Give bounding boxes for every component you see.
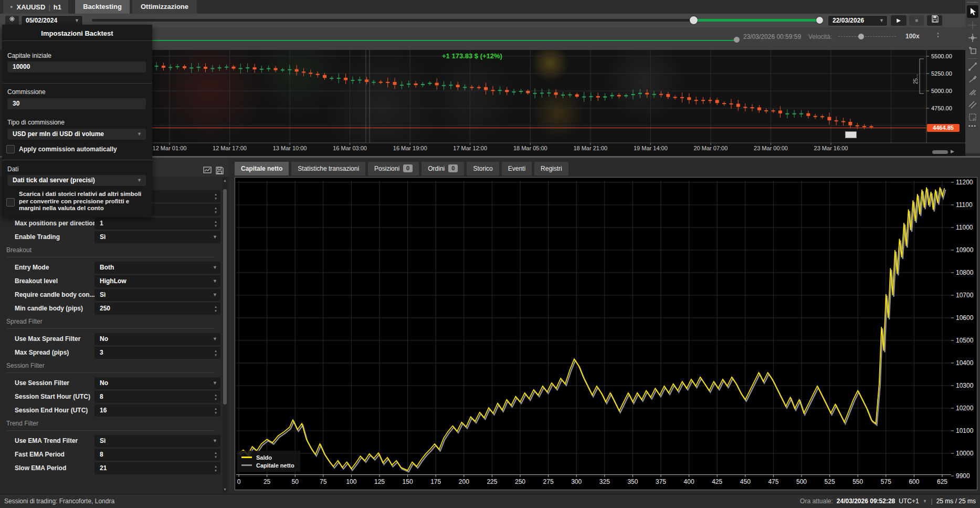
stepper-icon[interactable]: ▲▼ [214,303,217,317]
results-tab-eventi[interactable]: Eventi [502,162,532,175]
results-tab-storico[interactable]: Storico [467,162,499,175]
range-start-handle[interactable] [690,16,698,24]
stepper-icon[interactable]: ▲▼ [214,449,217,463]
param-value-input[interactable]: Sì▼ [94,289,220,301]
chevron-down-icon[interactable]: ▼ [213,377,217,389]
apply-commission-checkbox[interactable] [6,145,15,153]
param-value-input[interactable]: HighLow▼ [94,275,220,287]
chevron-down-icon[interactable]: ▼ [213,275,217,287]
svg-text:5000.00: 5000.00 [931,88,952,94]
svg-text:500: 500 [796,478,807,485]
initial-capital-input[interactable]: 10000 [7,61,146,72]
backtest-progress-handle[interactable] [734,37,740,43]
param-value-input[interactable]: No▼ [94,377,220,389]
save-backtest-button[interactable] [927,15,942,26]
backtest-settings-button[interactable] [5,16,19,25]
param-label: Max Spread (pips) [15,349,69,356]
param-section-header: Trend Filter [6,420,215,431]
stepper-icon[interactable]: ▲▼ [214,217,217,232]
parameters-scrollbar-thumb[interactable] [223,189,227,405]
chart-scroll-right-arrow[interactable]: ▶ [951,149,954,154]
stepper-icon[interactable]: ▲▼ [214,462,217,476]
popup-divider [2,83,152,84]
param-value-input[interactable]: 3▲▼ [94,347,220,359]
trendline-tool-button[interactable] [965,60,980,73]
param-label: Entry Mode [15,264,49,271]
pencil-icon [968,75,977,84]
gear-icon [9,16,15,22]
stop-button[interactable]: ■ [909,15,924,26]
chevron-down-icon[interactable]: ▼ [213,289,217,301]
scroll-up-arrow[interactable]: ▲ [223,179,227,182]
play-button[interactable]: ▶ [891,15,907,26]
param-label: Max positions per direction [15,220,97,227]
chart-horizontal-scrollbar[interactable] [932,150,948,154]
svg-text:425: 425 [712,478,722,485]
param-value-input[interactable]: 21▲▼ [94,462,220,474]
svg-text:600: 600 [909,478,919,485]
param-value-input[interactable]: Sì▼ [94,231,220,243]
end-date-dropdown[interactable]: 22/03/2026 ▼ [828,15,888,26]
param-value-input[interactable]: Both▼ [94,262,220,274]
stepper-icon[interactable]: ▲▼ [214,347,217,361]
equity-chart[interactable]: 1120011100110001090010800107001060010500… [235,177,977,490]
chevron-down-icon[interactable]: ▼ [213,333,217,345]
download-history-checkbox[interactable] [6,198,15,206]
param-label: Use EMA Trend Filter [15,437,78,444]
channel-tool-button[interactable] [965,98,980,111]
range-end-handle[interactable] [816,17,823,24]
stepper-icon[interactable]: ▲▼ [214,391,217,405]
pattern-tool-button[interactable]: F [965,111,980,123]
param-value-input[interactable]: 8▲▼ [94,449,220,461]
more-tools-button[interactable]: ••• [965,123,980,129]
stepper-icon[interactable]: ▲▼ [214,190,217,204]
stepper-icon[interactable]: ▲▼ [214,204,217,218]
draw-tool-button[interactable] [965,73,980,86]
toolbar-grip[interactable]: ▪▪▪▪▪▪▪▪ [965,0,980,4]
chevron-down-icon[interactable]: ▼ [923,499,928,504]
svg-text:250: 250 [515,478,525,485]
chevron-down-icon[interactable]: ▼ [213,231,217,243]
param-value-input[interactable]: 250▲▼ [94,303,220,315]
tab-optimization[interactable]: Ottimizzazione [132,0,197,14]
popout-chart-button[interactable] [203,167,212,175]
results-tab-statistiche-transazioni[interactable]: Statistiche transazioni [291,162,365,175]
chevron-down-icon[interactable]: ▼ [213,262,217,274]
data-mode-dropdown[interactable]: Dati tick dal server (precisi)▼ [7,175,146,186]
commission-input[interactable]: 30 [7,98,146,109]
speed-stepper[interactable]: ▲▼ [936,32,940,39]
param-value-input[interactable]: 8▲▼ [94,391,220,403]
commission-type-dropdown[interactable]: USD per mln di USD di volume▼ [7,129,146,140]
param-value-input[interactable]: 1▲▼ [94,217,220,230]
crosshair-sync-tool-button[interactable] [965,32,980,44]
results-tab-posizioni[interactable]: Posizioni0 [368,162,419,175]
results-tab-registri[interactable]: Registri [534,162,568,175]
results-tab-capitale-netto[interactable]: Capitale netto [235,162,289,175]
svg-text:10800: 10800 [956,269,974,276]
tab-symbol-xauusd-h1[interactable]: ●XAUUSD|h1 [3,0,68,14]
position-marker[interactable] [845,131,857,138]
chevron-down-icon[interactable]: ▼ [213,435,217,447]
svg-text:450: 450 [740,478,751,485]
svg-text:12 Mar 17:00: 12 Mar 17:00 [213,145,247,151]
fibonacci-tool-button[interactable]: E [965,86,980,98]
crosshair-tool-button[interactable] [965,19,980,32]
param-section-header: Breakout [6,246,215,257]
save-parameters-button[interactable] [216,167,225,175]
svg-text:25...: 25... [913,74,919,84]
add-object-tool-button[interactable] [965,44,980,57]
param-value-input[interactable]: 16▲▼ [94,405,220,417]
scroll-down-arrow[interactable]: ▼ [223,488,227,491]
stepper-icon[interactable]: ▲▼ [214,405,217,419]
tab-backtesting[interactable]: Backtesting [75,0,130,14]
price-chart[interactable]: 12 Mar 01:0012 Mar 17:0013 Mar 10:0016 M… [130,50,965,158]
cursor-tool-button[interactable] [967,5,978,18]
param-row: Fast EMA Period8▲▼ [0,449,221,461]
speed-slider-handle[interactable] [858,34,864,39]
param-value-input[interactable]: No▼ [94,333,220,345]
timezone-value[interactable]: UTC+1 [899,497,919,505]
speed-slider-track[interactable] [838,36,896,37]
param-value-input[interactable]: Sì▼ [94,435,220,447]
download-history-label: Scarica i dati storici relativi ad altri… [19,191,148,212]
results-tab-ordini[interactable]: Ordini0 [421,162,464,175]
